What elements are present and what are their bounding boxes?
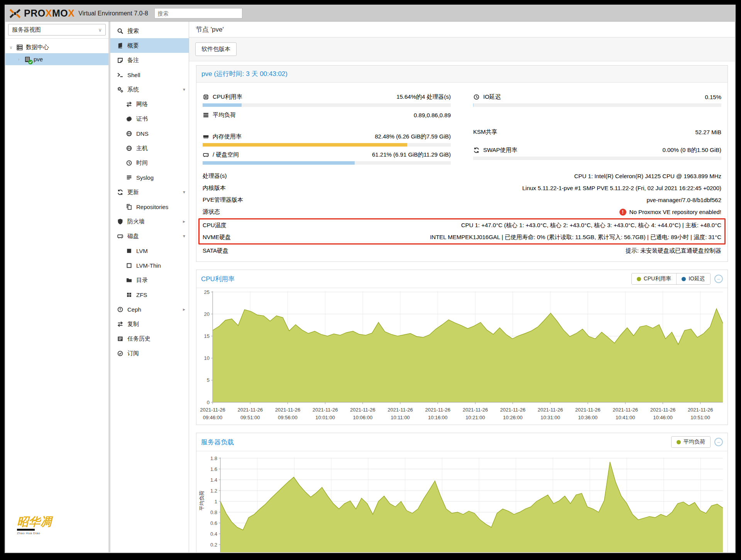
sidebar-item-hosts[interactable]: 主机 xyxy=(110,141,189,155)
legend-item[interactable]: 平均负荷 xyxy=(672,437,710,447)
info-row-value-text: INTEL MEMPEK1J016GAL | 已使用寿命: 0% (累计读取: … xyxy=(430,234,721,241)
square-filled-icon xyxy=(126,248,132,254)
svg-text:10: 10 xyxy=(204,355,210,361)
sidebar-item-ceph[interactable]: Ceph▸ xyxy=(110,302,189,317)
cpu-icon xyxy=(203,94,209,100)
sidebar-item-syslog[interactable]: Syslog xyxy=(110,170,189,185)
view-selector-combo[interactable]: 服务器视图 ∨ xyxy=(8,24,106,35)
folder-icon xyxy=(126,277,132,283)
svg-text:10:51:00: 10:51:00 xyxy=(690,415,710,420)
info-row-value-text: Linux 5.11.22-1-pve #1 SMP PVE 5.11.22-2… xyxy=(522,185,721,191)
svg-text:09:56:00: 09:56:00 xyxy=(278,415,298,420)
gauge-label-text: IO延迟 xyxy=(483,93,501,101)
svg-text:0: 0 xyxy=(207,400,210,405)
package-versions-button[interactable]: 软件包版本 xyxy=(195,42,237,56)
globe-icon xyxy=(126,130,132,137)
sidebar-item-firewall[interactable]: 防火墙▸ xyxy=(110,214,189,229)
gauge-progress-bar xyxy=(203,161,451,165)
svg-text:2021-11-26: 2021-11-26 xyxy=(612,407,638,413)
ceph-icon xyxy=(117,306,124,313)
sidebar-item-lvm-thin[interactable]: LVM-Thin xyxy=(110,258,189,273)
chevron-down-icon[interactable]: ▾ xyxy=(183,87,185,92)
gauge-ksm-sharing: KSM共享52.27 MiB xyxy=(473,126,721,138)
disk-icon xyxy=(117,233,124,240)
memory-icon xyxy=(203,133,209,140)
legend-label: CPU利用率 xyxy=(644,275,672,282)
harddisk-icon xyxy=(203,152,209,158)
svg-text:10:16:00: 10:16:00 xyxy=(428,415,448,420)
sidebar-item-repositories[interactable]: Repositories xyxy=(110,199,189,214)
gauge-load-average: 平均负荷0.89,0.86,0.89 xyxy=(203,109,451,121)
info-row-value-text: No Proxmox VE repository enabled! xyxy=(629,209,721,215)
load-chart-header: 服务器负载 平均负荷 − xyxy=(196,433,727,451)
sidebar-item-shell[interactable]: Shell xyxy=(110,67,189,82)
info-row-cpu-temperature: CPU温度CPU 1: +47.0°C (核心 1: +43.0°C, 核心 2… xyxy=(203,219,721,231)
gauge-label: KSM共享 xyxy=(473,128,497,136)
svg-text:2021-11-26: 2021-11-26 xyxy=(650,407,676,413)
global-search-input[interactable] xyxy=(154,8,242,19)
gauge-progress-bar xyxy=(473,103,721,107)
chevron-right-icon[interactable]: ▸ xyxy=(183,307,185,312)
sidebar-item-replication[interactable]: 复制 xyxy=(110,317,189,331)
cpu-chart-title: CPU利用率 xyxy=(201,274,235,284)
content-scroll-area: pve (运行时间: 3 天 00:43:02) CPU利用率15.64%的4 … xyxy=(189,61,735,552)
sidebar-item-label: 备注 xyxy=(127,57,139,64)
tree-expander-icon[interactable]: ∨ xyxy=(8,45,14,50)
sidebar-item-label: 概要 xyxy=(127,42,139,49)
cpu-chart-legend: CPU利用率IO延迟 xyxy=(631,273,711,285)
sidebar-item-zfs[interactable]: ZFS xyxy=(110,287,189,302)
sidebar-item-network[interactable]: 网络 xyxy=(110,97,189,111)
info-row-label: 源状态 xyxy=(203,208,228,216)
chevron-down-icon[interactable]: ▾ xyxy=(183,189,185,195)
svg-text:5: 5 xyxy=(207,377,210,383)
tree-item-node-pve[interactable]: ›pve xyxy=(5,53,108,65)
sidebar-item-label: 复制 xyxy=(127,320,139,328)
sidebar-item-updates[interactable]: 更新▾ xyxy=(110,185,189,199)
legend-dot-icon xyxy=(637,277,641,281)
gauge-progress-fill xyxy=(203,161,355,165)
gauge-label-text: 平均负荷 xyxy=(213,111,236,119)
tree-expander-icon[interactable]: › xyxy=(16,57,21,62)
chevron-down-icon[interactable]: ▾ xyxy=(183,233,185,239)
sidebar-item-subscription[interactable]: 订阅 xyxy=(110,346,189,361)
gauge-label-text: KSM共享 xyxy=(473,128,497,136)
sidebar-item-search[interactable]: 搜索 xyxy=(110,24,189,38)
collapse-chart-button[interactable]: − xyxy=(714,275,723,283)
svg-text:1.4: 1.4 xyxy=(210,477,217,483)
resource-tree-panel: 服务器视图 ∨ ∨数据中心›pve xyxy=(5,22,108,552)
info-row-processors: 处理器(s)CPU 1: Intel(R) Celeron(R) J4125 C… xyxy=(203,170,721,182)
svg-text:2021-11-26: 2021-11-26 xyxy=(463,407,488,413)
svg-text:0.8: 0.8 xyxy=(210,509,217,515)
sidebar-item-directory[interactable]: 目录 xyxy=(110,273,189,287)
collapse-chart-button[interactable]: − xyxy=(714,438,723,446)
watermark-underline xyxy=(17,529,35,531)
tree-item-datacenter[interactable]: ∨数据中心 xyxy=(5,41,108,53)
proxmox-wordmark: PROXMOX xyxy=(24,8,74,18)
view-selector-label: 服务器视图 xyxy=(12,26,41,34)
info-row-value: pve-manager/7.0-8/b1dbf562 xyxy=(647,197,721,203)
sidebar-item-lvm[interactable]: LVM xyxy=(110,243,189,258)
node-icon xyxy=(24,56,31,63)
gauge-progress-fill xyxy=(203,143,407,147)
legend-item[interactable]: IO延迟 xyxy=(676,273,710,284)
sidebar-item-time[interactable]: 时间 xyxy=(110,155,189,170)
sidebar-item-dns[interactable]: DNS xyxy=(110,126,189,141)
clock-icon xyxy=(473,94,480,100)
gauge-label: SWAP使用率 xyxy=(473,147,518,154)
sidebar-item-label: 更新 xyxy=(127,189,139,196)
chevron-right-icon[interactable]: ▸ xyxy=(183,219,185,224)
sidebar-item-system[interactable]: 系统▾ xyxy=(110,82,189,97)
sidebar-item-disks[interactable]: 磁盘▾ xyxy=(110,229,189,243)
sidebar-item-notes[interactable]: 备注 xyxy=(110,53,189,67)
legend-item[interactable]: CPU利用率 xyxy=(632,273,677,284)
sidebar-item-certificates[interactable]: 证书 xyxy=(110,111,189,126)
proxmox-app: PROXMOX Virtual Environment 7.0-8 服务器视图 … xyxy=(5,5,736,553)
svg-text:10:36:00: 10:36:00 xyxy=(578,415,598,420)
svg-text:2021-11-26: 2021-11-26 xyxy=(688,407,713,413)
load-chart-panel: 服务器负载 平均负荷 − 1.81.61.41.210.80.60.40.2平均… xyxy=(196,433,728,552)
gauge-io-delay: IO延迟0.15% xyxy=(473,91,721,103)
sidebar-item-summary[interactable]: 概要 xyxy=(110,38,189,53)
svg-text:10:21:00: 10:21:00 xyxy=(465,415,485,420)
shield-icon xyxy=(117,218,124,225)
sidebar-item-task-history[interactable]: 任务历史 xyxy=(110,331,189,346)
